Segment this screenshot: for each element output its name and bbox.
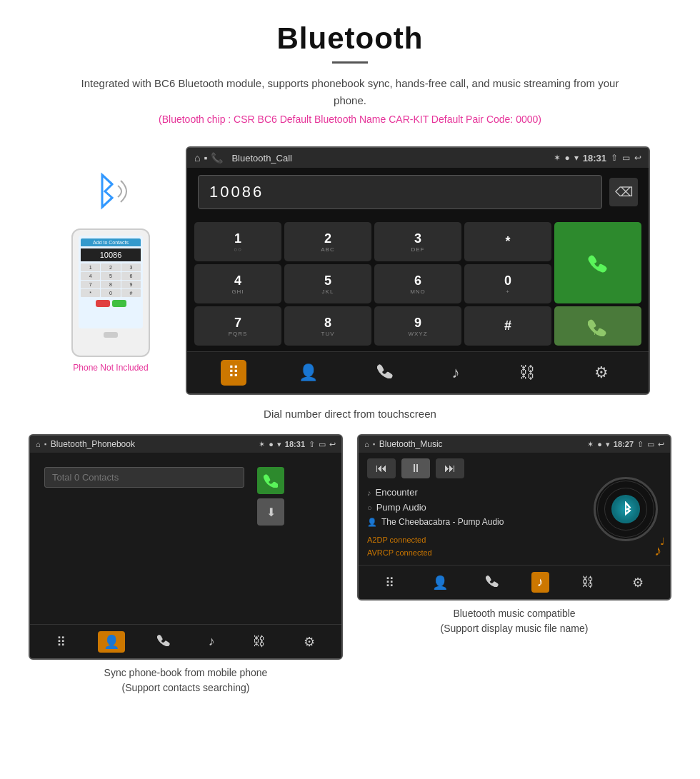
phone-image: Add to Contacts 10086 1 2 3 4 5 6 7 8 9 … <box>71 228 150 357</box>
key-6[interactable]: 6 MNO <box>374 264 461 303</box>
home-icon[interactable]: ⌂ <box>194 152 200 164</box>
key-star[interactable]: * <box>464 222 551 261</box>
settings-nav-icon[interactable]: ⚙ <box>587 360 616 386</box>
pb-link-icon[interactable]: ⛓ <box>247 631 271 652</box>
phone-key-1: 1 <box>81 263 100 271</box>
pb-back-icon[interactable]: ↩ <box>329 440 336 449</box>
redial-button[interactable]: RE <box>554 306 641 346</box>
description: Integrated with BC6 Bluetooth module, su… <box>71 75 629 109</box>
specs-line: (Bluetooth chip : CSR BC6 Default Blueto… <box>29 114 671 125</box>
play-pause-button[interactable]: ⏸ <box>401 458 430 478</box>
back-icon[interactable]: ↩ <box>634 153 641 163</box>
call-button[interactable] <box>554 222 641 303</box>
music-settings-icon[interactable]: ⚙ <box>626 572 649 593</box>
calls-nav-icon[interactable] <box>370 359 400 386</box>
phonebook-search-input[interactable] <box>44 467 244 488</box>
phone-key-7: 7 <box>81 281 100 288</box>
key-3[interactable]: 3 DEF <box>374 222 461 261</box>
music-track-info: ♪ Encounter ○ Pump Audio 👤 The Cheebacab… <box>367 487 583 559</box>
music-expand-icon[interactable]: ⇧ <box>637 440 644 449</box>
track-name: Encounter <box>376 487 418 498</box>
artist-name: Pump Audio <box>376 502 426 513</box>
key-2[interactable]: 2 ABC <box>284 222 371 261</box>
note-icon: ♪ <box>367 488 371 497</box>
pb-calls-icon-svg <box>157 633 170 646</box>
music-disc-area: ♪ ♩ <box>590 458 661 559</box>
phone-end-button[interactable] <box>96 300 110 307</box>
page-header: Bluetooth Integrated with BC6 Bluetooth … <box>0 0 700 146</box>
music-info-left: ⏮ ⏸ ⏭ ♪ Encounter ○ Pump <box>367 458 583 559</box>
music-link-icon[interactable]: ⛓ <box>576 572 600 593</box>
phone-home-button[interactable] <box>104 332 118 338</box>
music-caption: Bluetooth music compatible (Support disp… <box>441 600 589 639</box>
phonebook-caption: Sync phone-book from mobile phone (Suppo… <box>104 660 268 698</box>
expand-icon[interactable]: ⇧ <box>611 153 618 163</box>
prev-button[interactable]: ⏮ <box>367 458 396 478</box>
music-contacts-icon[interactable]: 👤 <box>426 572 454 593</box>
music-window-icon[interactable]: ▭ <box>647 440 654 449</box>
key-0[interactable]: 0 + <box>464 264 551 303</box>
music-connection-status: A2DP connected AVRCP connected <box>367 534 583 559</box>
link-nav-icon[interactable]: ⛓ <box>512 360 542 386</box>
pb-window-icon[interactable]: ▭ <box>319 440 326 449</box>
music-music-icon[interactable]: ♪ <box>531 572 549 593</box>
music-dialpad-icon[interactable]: ⠿ <box>379 572 400 593</box>
key-hash[interactable]: # <box>464 306 551 346</box>
key-5[interactable]: 5 JKL <box>284 264 371 303</box>
contacts-nav-icon[interactable]: 👤 <box>291 360 325 386</box>
music-content: ⏮ ⏸ ⏭ ♪ Encounter ○ Pump <box>359 453 670 565</box>
bluetooth-signal-icon <box>82 168 139 218</box>
pb-home-icon[interactable]: ⌂ <box>36 440 41 448</box>
phone-screen: Add to Contacts 10086 1 2 3 4 5 6 7 8 9 … <box>79 236 143 328</box>
music-back-icon[interactable]: ↩ <box>658 440 664 449</box>
window-icon[interactable]: ▭ <box>622 153 630 163</box>
key-8[interactable]: 8 TUV <box>284 306 371 346</box>
car-dial-bottombar: ⠿ 👤 ♪ ⛓ ⚙ <box>187 351 649 393</box>
music-track-row: ♪ Encounter <box>367 487 583 498</box>
svg-line-2 <box>102 198 112 207</box>
phone-key-hash: # <box>121 289 141 297</box>
dial-caption: Dial number direct from touchscreen <box>0 402 700 434</box>
phone-key-5: 5 <box>101 272 120 280</box>
music-calls-icon[interactable] <box>480 571 504 593</box>
phone-key-8: 8 <box>101 281 120 288</box>
pb-expand-icon[interactable]: ⇧ <box>309 440 315 449</box>
pb-right-icons: ✶ ● ▾ 18:31 ⇧ ▭ ↩ <box>259 440 336 449</box>
music-person-row: 👤 The Cheebacabra - Pump Audio <box>367 517 583 527</box>
phone-key-2: 2 <box>101 263 120 271</box>
next-button[interactable]: ⏭ <box>436 458 464 478</box>
key-4[interactable]: 4 GHI <box>194 264 281 303</box>
pb-battery-icon: ▾ <box>277 440 281 449</box>
phone-call-button[interactable] <box>112 300 126 307</box>
key-7[interactable]: 7 PQRS <box>194 306 281 346</box>
page-wrapper: Bluetooth Integrated with BC6 Bluetooth … <box>0 0 700 698</box>
pb-music-icon[interactable]: ♪ <box>203 631 221 652</box>
phone-side: Add to Contacts 10086 1 2 3 4 5 6 7 8 9 … <box>50 146 171 373</box>
music-home-icon[interactable]: ⌂ <box>364 440 369 448</box>
music-bottombar: ⠿ 👤 ♪ ⛓ ⚙ <box>359 565 670 599</box>
pb-left-icons: ⌂ ▪ <box>36 440 46 448</box>
backspace-button[interactable]: ⌫ <box>609 178 638 206</box>
topbar-right-icons: ✶ ● ▾ 18:31 ⇧ ▭ ↩ <box>554 153 642 164</box>
dial-section: Add to Contacts 10086 1 2 3 4 5 6 7 8 9 … <box>0 146 700 395</box>
topbar-left-icons: ⌂ ▪ 📞 <box>194 152 223 164</box>
phonebook-call-button[interactable] <box>257 467 284 494</box>
dial-input-box[interactable]: 10086 <box>198 175 602 209</box>
pb-dialpad-icon[interactable]: ⠿ <box>51 631 71 653</box>
music-calls-svg <box>486 574 499 587</box>
music-screen: ⌂ ▪ Bluetooth_Music ✶ ● ▾ 18:27 ⇧ ▭ ↩ <box>357 434 671 600</box>
car-dial-screen: ⌂ ▪ 📞 Bluetooth_Call ✶ ● ▾ 18:31 ⇧ ▭ ↩ 1… <box>186 146 650 395</box>
calls-icon-svg <box>377 363 393 378</box>
key-1[interactable]: 1 ○○ <box>194 222 281 261</box>
song-name: The Cheebacabra - Pump Audio <box>381 517 504 527</box>
dial-time: 18:31 <box>583 153 606 164</box>
pb-settings-icon[interactable]: ⚙ <box>298 631 321 653</box>
pb-calls-icon[interactable] <box>151 630 176 653</box>
pb-contacts-icon[interactable]: 👤 <box>98 631 125 653</box>
phonebook-download-button[interactable]: ⬇ <box>257 498 284 526</box>
pb-topbar: ⌂ ▪ Bluetooth_Phonebook ✶ ● ▾ 18:31 ⇧ ▭ … <box>30 436 341 453</box>
key-9[interactable]: 9 WXYZ <box>374 306 461 346</box>
dialpad-nav-icon[interactable]: ⠿ <box>221 360 246 386</box>
phone-key-6: 6 <box>121 272 141 280</box>
music-nav-icon[interactable]: ♪ <box>445 360 467 386</box>
